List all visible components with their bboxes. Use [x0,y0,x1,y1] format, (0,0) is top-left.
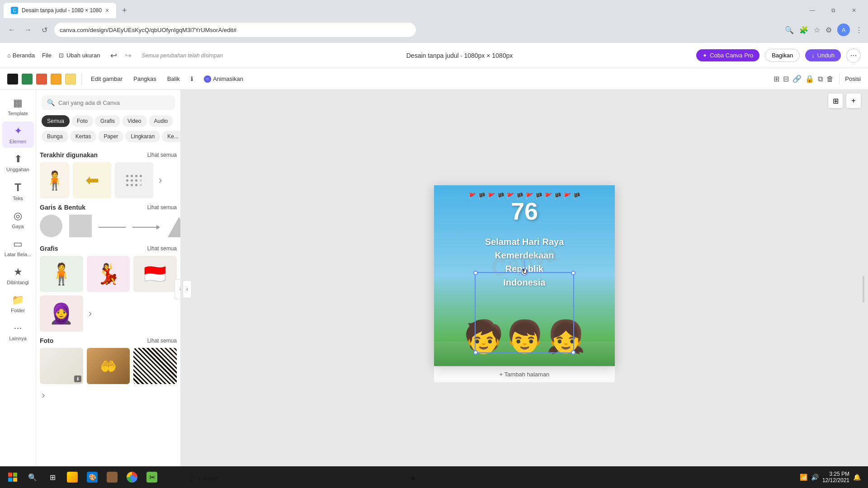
sidebar-item-gaya[interactable]: ◎ Gaya [2,206,34,233]
recently-used-lihat-semua[interactable]: Lihat semua [147,152,177,158]
sidebar-item-template[interactable]: ▦ Template [2,94,34,120]
cat-lingkaran[interactable]: Lingkaran [125,131,160,142]
volume-icon[interactable]: 🔊 [811,474,819,481]
sidebar-item-elemen[interactable]: ✦ Elemen [2,122,34,148]
taskbar-paint[interactable]: 🎨 [83,468,101,486]
undo-btn[interactable]: ↩ [107,49,120,62]
recent-item-1[interactable]: 🧍 [40,162,69,198]
recent-item-dots[interactable] [115,162,153,198]
share-btn[interactable]: Bagikan [765,49,800,62]
sidebar-item-teks[interactable]: T Teks [2,178,34,205]
forward-btn[interactable]: → [22,23,34,36]
filter-audio[interactable]: Audio [149,115,174,127]
filter-video[interactable]: Video [122,115,146,127]
grafis-item-2[interactable]: 💃 [87,256,130,292]
grafis-lihat-semua[interactable]: Lihat semua [147,245,177,252]
trash-icon[interactable]: 🗑 [826,75,834,83]
posisi-btn[interactable]: Posisi [845,75,861,82]
taskbar-chrome[interactable] [123,468,141,486]
network-icon[interactable]: 📶 [800,474,807,481]
notification-icon[interactable]: 🔔 [853,474,861,481]
layout-icon-2[interactable]: ⊟ [783,75,789,83]
window-close-btn[interactable]: ✕ [844,3,864,18]
shape-arrow-line[interactable] [132,215,162,239]
download-btn[interactable]: ↓ Unduh [805,49,841,61]
cat-paper[interactable]: Paper [98,131,123,142]
browser-menu-icon[interactable]: ⋮ [855,26,863,34]
taskbar-scissors[interactable]: ✂ [143,468,161,486]
add-page-icon[interactable]: + [846,94,861,108]
file-btn[interactable]: File [42,52,52,59]
rotate-handle[interactable]: ↻ [521,268,528,276]
cat-ke[interactable]: Ke... [162,131,180,142]
color-swatch-red[interactable] [36,74,47,84]
search-browser-icon[interactable]: 🔍 [785,26,794,34]
shape-triangle[interactable] [166,215,180,239]
character-1[interactable]: 🧒 [464,321,503,352]
tab-close-btn[interactable]: × [105,7,109,14]
new-tab-btn[interactable]: + [118,4,131,17]
sidebar-item-dibintangi[interactable]: ★ Dibintangi [2,263,34,289]
favorites-icon[interactable]: ☆ [814,26,820,34]
taskbar-explorer[interactable] [63,468,81,486]
lock-icon[interactable]: 🔒 [805,75,814,83]
window-maximize-btn[interactable]: ⧉ [823,3,844,18]
left-collapse-btn[interactable]: ‹ [183,280,192,298]
profile-btn[interactable]: A [837,23,850,36]
color-swatch-orange[interactable] [51,74,61,84]
filter-semua[interactable]: Semua [42,115,70,127]
grafis-scroll-right[interactable]: › [87,296,130,332]
color-swatch-green[interactable] [22,74,33,84]
character-3[interactable]: 👧 [546,321,585,352]
pangkas-btn[interactable]: Pangkas [130,74,160,84]
resize-btn[interactable]: ⊡ Ubah ukuran [59,52,100,59]
edit-gambar-btn[interactable]: Edit gambar [87,74,126,84]
recent-item-2[interactable]: ⬅ [73,162,111,198]
browser-tab[interactable]: C Desain tanpa judul - 1080 × 1080 × [4,3,116,18]
info-btn[interactable]: ℹ [187,74,197,84]
back-btn[interactable]: ← [5,23,18,36]
foto-item-3[interactable] [133,348,177,384]
animasikan-btn[interactable]: Animasikan [200,74,247,84]
taskbar-search-btn[interactable]: 🔍 [24,468,42,486]
grafis-item-1[interactable]: 🧍 [40,256,83,292]
shape-circle[interactable] [40,215,65,239]
balik-btn[interactable]: Balik [164,74,184,84]
cat-kertas[interactable]: Kertas [70,131,97,142]
start-btn[interactable] [4,468,22,486]
shape-square[interactable] [69,215,94,239]
layout-icon-1[interactable]: ⊞ [774,75,779,83]
redo-btn[interactable]: ↪ [122,49,134,62]
foto-item-1[interactable]: ⬇ [40,348,83,384]
search-input[interactable] [58,99,170,106]
recent-scroll-right[interactable]: › [157,173,164,188]
refresh-btn[interactable]: ↺ [38,23,51,36]
sidebar-item-folder[interactable]: 📁 Folder [2,291,34,317]
address-input[interactable]: canva.com/design/DAEyUEsKycQ/qbUOfynIgqM… [54,23,416,37]
duplicate-canvas-icon[interactable]: ⊞ [828,94,843,108]
arrange-icon[interactable]: ⧉ [818,75,823,83]
sidebar-item-latar[interactable]: ▭ Latar Bela... [2,235,34,261]
filter-grafis[interactable]: Grafis [95,115,120,127]
extensions-icon[interactable]: 🧩 [799,26,808,34]
sidebar-item-unggahan[interactable]: ⬆ Unggahan [2,150,34,176]
design-canvas[interactable]: 🚩 🏴 🚩 🏴 🚩 🏴 🚩 🏴 🚩 🏴 🚩 🏴 [434,185,615,366]
cat-bunga[interactable]: Bunga [42,131,68,142]
character-2[interactable]: 👦 [505,321,544,352]
grafis-item-4[interactable]: 🧕 [40,296,83,332]
shape-line[interactable] [99,215,128,239]
color-swatch-yellow[interactable] [65,74,76,84]
sidebar-item-lainnya[interactable]: ··· Lainnya [2,319,34,345]
taskbar-task-view[interactable]: ⊞ [43,468,61,486]
collapse-panel-btn[interactable]: ‹ [175,279,181,299]
more-options-btn[interactable]: ··· [846,48,861,63]
add-page-btn[interactable]: + Tambah halaman [434,366,615,382]
color-swatch-black[interactable] [7,74,18,84]
foto-scroll-right[interactable]: › [40,388,83,403]
home-btn[interactable]: ⌂ Beranda [7,52,35,59]
foto-lihat-semua[interactable]: Lihat semua [147,338,177,344]
garis-bentuk-lihat-semua[interactable]: Lihat semua [147,204,177,211]
window-minimize-btn[interactable]: — [802,3,823,18]
grafis-item-3[interactable]: 🇮🇩 [133,256,177,292]
foto-item-2[interactable]: 🤲 [87,348,130,384]
